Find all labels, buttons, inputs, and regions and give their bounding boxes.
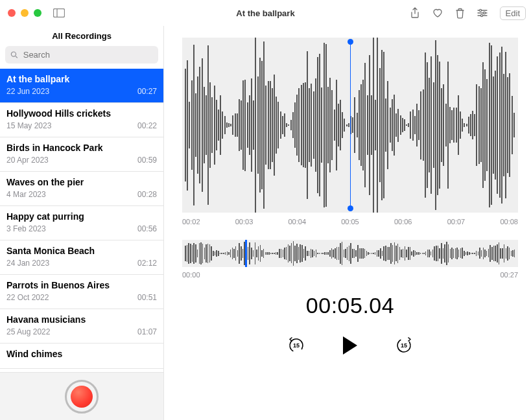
time-ticks: 00:0200:0300:0400:0500:0600:0700:08 [182,213,518,226]
skip-back-label: 15 [293,342,300,349]
favorite-button[interactable] [432,8,443,18]
play-button[interactable] [343,336,357,355]
recording-duration: 00:51 [137,293,157,302]
minimize-window[interactable] [21,9,29,17]
recording-date: 3 Feb 2023 [6,224,46,233]
svg-point-8 [11,52,16,56]
playback-controls: 15 15 [182,336,518,355]
recording-duration: 00:28 [137,190,157,199]
recording-date: 24 Jan 2023 [6,259,49,268]
recording-duration: 00:59 [137,156,157,165]
time-tick: 00:04 [288,218,306,226]
share-icon [410,7,420,19]
list-item[interactable]: Happy cat purring 3 Feb 202300:56 [0,206,163,240]
edit-button[interactable]: Edit [500,6,526,20]
sliders-icon [477,8,488,18]
recording-duration: 02:12 [137,259,157,268]
time-range: 00:00 00:27 [182,271,518,279]
svg-point-5 [479,9,481,11]
main-pane: 00:0200:0300:0400:0500:0600:0700:08 00:0… [164,26,531,420]
skip-forward-label: 15 [401,342,407,349]
time-tick: 00:05 [341,218,359,226]
trash-icon [455,8,465,19]
recording-name: Birds in Hancock Park [6,143,157,153]
range-end: 00:27 [500,271,518,279]
recording-name: At the ballpark [6,74,157,84]
list-item[interactable]: Havana musicians 25 Aug 202201:07 [0,309,163,344]
sidebar: All Recordings At the ballpark 22 Jun 20… [0,26,164,420]
list-item[interactable]: Parrots in Buenos Aires 22 Oct 202200:51 [0,275,163,309]
search-input[interactable] [22,49,153,60]
recording-duration: 01:07 [137,327,157,336]
fullscreen-window[interactable] [34,9,41,17]
list-item[interactable]: Santa Monica Beach 24 Jan 202302:12 [0,240,163,275]
range-start: 00:00 [182,271,200,279]
recording-name: Parrots in Buenos Aires [6,280,157,290]
time-tick: 00:08 [500,218,518,226]
recording-date: 22 Jun 2023 [6,87,49,96]
list-item[interactable]: Birds in Hancock Park 20 Apr 202300:59 [0,137,163,172]
recording-date: 22 Oct 2022 [6,293,49,302]
search-field[interactable] [5,46,158,64]
time-tick: 00:02 [182,218,200,226]
svg-point-7 [480,14,482,16]
app-window: At the ballpark Edit All Recordings [0,0,531,420]
waveform-overview[interactable] [182,240,518,267]
recording-name: Happy cat purring [6,211,157,222]
svg-rect-0 [54,9,65,18]
list-item[interactable]: At the ballpark 22 Jun 202300:27 [0,69,163,103]
recording-date: 20 Apr 2023 [6,156,49,165]
overview-playhead[interactable] [245,240,247,267]
recording-list: At the ballpark 22 Jun 202300:27Hollywoo… [0,69,163,372]
settings-button[interactable] [477,8,488,18]
toggle-sidebar-button[interactable] [53,8,65,18]
list-item[interactable]: Waves on the pier 4 Mar 202300:28 [0,172,163,206]
svg-point-6 [483,12,485,14]
time-tick: 00:03 [235,218,254,226]
time-tick: 00:06 [394,218,412,226]
sidebar-title: All Recordings [0,26,163,46]
toolbar-right: Edit [410,6,526,20]
time-tick: 00:07 [447,218,466,226]
heart-icon [432,8,443,18]
delete-button[interactable] [455,8,465,19]
svg-line-9 [16,56,18,58]
body: All Recordings At the ballpark 22 Jun 20… [0,26,531,420]
sidebar-footer [0,372,163,420]
skip-back-button[interactable]: 15 [287,336,305,355]
skip-forward-button[interactable]: 15 [395,336,413,355]
recording-name: Hollywood Hills crickets [6,108,157,119]
recording-duration: 00:22 [137,121,157,130]
recording-date: 25 Aug 2022 [6,327,50,336]
list-item[interactable]: Hollywood Hills crickets 15 May 202300:2… [0,103,163,137]
recording-date: 15 May 2023 [6,121,51,130]
share-button[interactable] [410,7,420,19]
recording-name: Waves on the pier [6,177,157,187]
current-time: 00:05.04 [182,293,518,318]
recording-date: 4 Mar 2023 [6,190,46,199]
waveform-detail[interactable] [182,38,518,213]
close-window[interactable] [8,9,16,17]
list-item[interactable]: Wind chimes [0,344,163,369]
recording-name: Wind chimes [6,349,157,359]
record-button[interactable] [65,380,99,414]
recording-name: Santa Monica Beach [6,246,157,256]
recording-name: Havana musicians [6,314,157,325]
recording-duration: 00:27 [137,87,157,96]
search-icon [10,51,18,59]
sidebar-icon [53,8,65,18]
titlebar: At the ballpark Edit [0,0,531,26]
recording-duration: 00:56 [137,224,157,233]
window-controls [8,9,41,17]
